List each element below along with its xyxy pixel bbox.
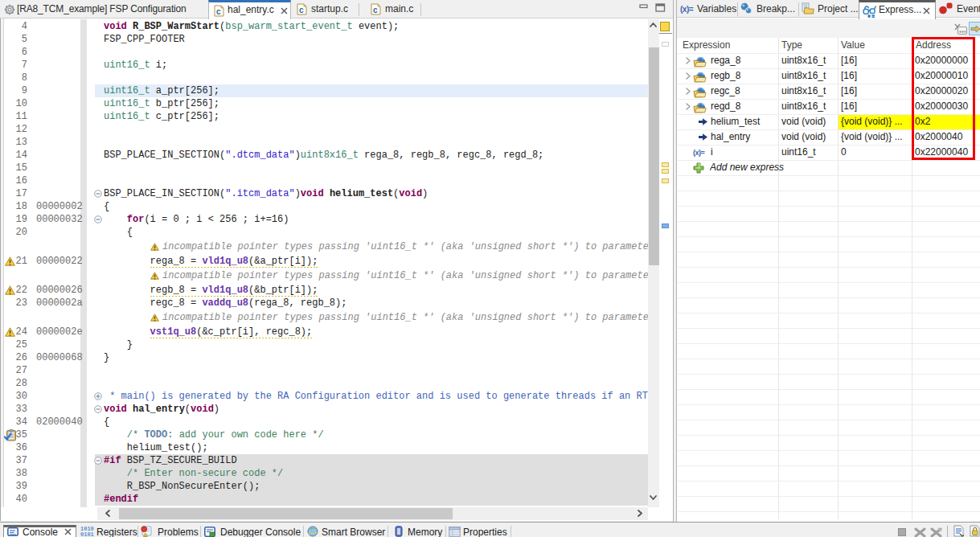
svg-text:c: c [216,7,221,16]
svg-text:c: c [299,6,304,14]
svg-text:c: c [373,6,378,14]
